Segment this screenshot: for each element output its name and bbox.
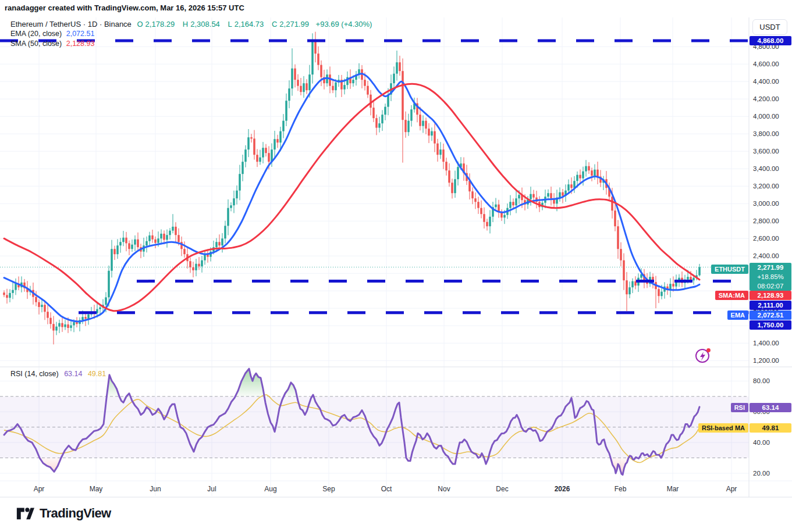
tradingview-chart-window: ranadagger created with TradingView.com,… [0,0,792,532]
flash-icon[interactable] [694,347,712,364]
ema-legend-row[interactable]: EMA (20, close) 2,072.51 [10,29,374,39]
price-axis-tick: 3,400.00 [753,165,779,173]
rsi-axis-tick: 20.00 [753,469,770,477]
ohlc-open: O2,178.29 [136,20,177,28]
price-axis-tick: 3,600.00 [753,147,779,155]
symbol-tag: ETHUSDT [711,265,748,274]
time-axis-tick: Nov [438,485,450,493]
sma-legend-row[interactable]: SMA (50, close) 2,128.93 [10,39,374,49]
currency-toggle-button[interactable]: USDT [752,19,787,35]
change-value: +93.69 (+4.30%) [316,20,372,28]
price-axis-tick: 4,000.00 [753,112,779,120]
time-axis-tick: Jun [150,485,161,493]
ohlc-close: C2,271.99 [271,20,311,28]
price-axis-tick: 3,200.00 [753,182,779,190]
price-axis-tick: 1,200.00 [753,356,779,365]
last-price-label: 2,271.99+18.85%08:02:07 [750,263,791,291]
symbol-title: Ethereum / TetherUS · 1D · Binance [10,20,132,28]
rsi-axis-tick: 40.00 [753,438,770,447]
support-level-label: 2,111.00 [750,301,791,310]
rsi-value: 63.14 [64,370,82,378]
ohlc-high: H2,308.54 [182,20,222,28]
tradingview-logo-icon [16,505,34,522]
rsi-tag: RSI [731,403,748,412]
price-axis-tick: 2,400.00 [753,252,779,260]
price-axis-tick: 3,000.00 [753,199,779,208]
price-axis-tick: 1,400.00 [753,339,779,347]
rsi-legend-row[interactable]: RSI (14, close) 63.14 49.81 [10,370,109,378]
sma-label: SMA (50, close) [10,40,62,48]
time-axis-tick: Aug [264,485,276,493]
tradingview-logo[interactable]: TradingView [16,505,111,522]
support-level-label-lower: 1,750.00 [750,320,791,330]
price-axis-tick: 4,600.00 [753,60,779,68]
time-axis-tick: May [90,485,103,493]
time-axis-tick: 2026 [555,485,570,493]
tradingview-logo-text: TradingView [40,506,111,521]
rsi-axis-tick: 80.00 [753,377,770,385]
price-axis-tick: 3,800.00 [753,130,779,138]
price-axis-tick: 2,800.00 [753,217,779,225]
time-axis-tick: Feb [615,485,627,493]
sma-value: 2,128.93 [66,40,95,48]
time-axis-tick: Jul [207,485,216,493]
rsi-value-label: 63.14 [750,403,791,412]
ema-tag: EMA [727,310,748,320]
time-axis-tick: Mar [667,485,679,493]
ath-level-label: 4,868.00 [750,36,791,45]
time-axis-tick: Oct [381,485,392,493]
time-axis-tick: Sep [322,485,335,493]
time-axis-tick: Apr [726,485,737,493]
sma-value-label: 2,128.93 [750,291,791,300]
price-axis-tick: 2,600.00 [753,234,779,242]
sma-tag: SMA:MA [715,291,748,300]
price-axis-tick: 4,200.00 [753,95,779,103]
rsi-label: RSI (14, close) [10,370,59,378]
main-legend: Ethereum / TetherUS · 1D · Binance O2,17… [10,19,374,49]
ema-label: EMA (20, close) [10,30,62,38]
watermark-text: ranadagger created with TradingView.com,… [5,3,244,12]
ohlc-low: L2,164.73 [226,20,266,28]
rsi-ma-tag: RSI-based MA [698,423,748,433]
ema-value-label: 2,072.51 [750,310,791,320]
price-axis-tick: 4,400.00 [753,77,779,85]
symbol-legend-row[interactable]: Ethereum / TetherUS · 1D · Binance O2,17… [10,19,374,29]
time-axis-tick: Dec [496,485,508,493]
ema-value: 2,072.51 [66,30,95,38]
time-axis-tick: Apr [34,485,45,493]
rsi-ma-value-label: 49.81 [750,423,791,433]
rsi-ma-value: 49.81 [88,370,106,378]
